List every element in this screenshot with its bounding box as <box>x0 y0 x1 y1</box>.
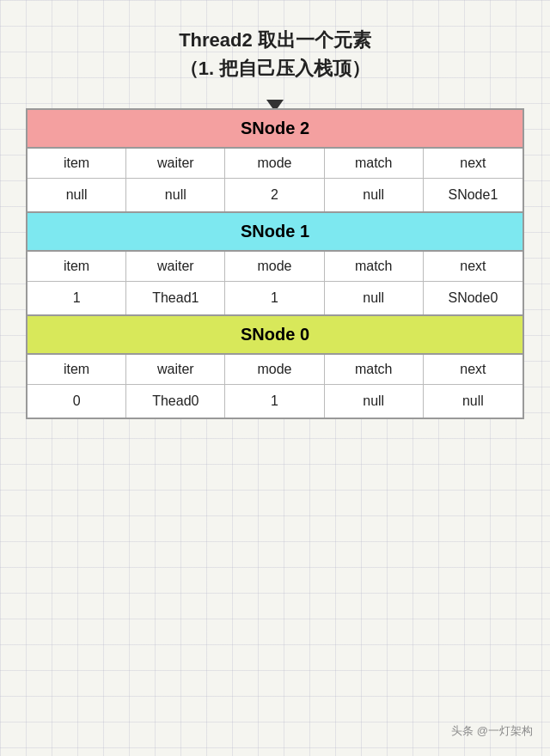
snode0-values: 0 Thead0 1 null null <box>28 385 522 418</box>
snode1-label-item: item <box>28 252 126 281</box>
snode0-val-next: null <box>424 385 522 418</box>
page-title: Thread2 取出一个元素 （1. 把自己压入栈顶） <box>179 26 371 82</box>
watermark: 头条 @一灯架构 <box>451 723 533 739</box>
snode0-val-match: null <box>325 385 424 418</box>
snode0-val-waiter: Thead0 <box>126 385 225 418</box>
snode1-label-waiter: waiter <box>126 252 225 281</box>
snode0-label-waiter: waiter <box>126 355 225 384</box>
snode1-header: SNode 1 <box>28 213 522 252</box>
snode2-labels: item waiter mode match next <box>28 149 522 179</box>
snode1-label-next: next <box>424 252 522 281</box>
snode1-label-mode: mode <box>225 252 324 281</box>
snode2-label-match: match <box>325 149 424 178</box>
snode1-label-match: match <box>325 252 424 281</box>
snode0-val-mode: 1 <box>225 385 324 418</box>
snode2-label-next: next <box>424 149 522 178</box>
snode2-label-waiter: waiter <box>126 149 225 178</box>
snode2-val-item: null <box>28 179 126 211</box>
snode2-val-next: SNode1 <box>424 179 522 211</box>
snode0-labels: item waiter mode match next <box>28 355 522 385</box>
snode2-label-item: item <box>28 149 126 178</box>
snode0-header: SNode 0 <box>28 316 522 355</box>
snode2-label-mode: mode <box>225 149 324 178</box>
snode2-val-match: null <box>325 179 424 211</box>
snode2-header: SNode 2 <box>28 110 522 149</box>
snode0-label-next: next <box>424 355 522 384</box>
snode1-values: 1 Thead1 1 null SNode0 <box>28 282 522 316</box>
snode1-labels: item waiter mode match next <box>28 252 522 282</box>
snode0-val-item: 0 <box>28 385 126 418</box>
snode0-label-match: match <box>325 355 424 384</box>
nodes-container: SNode 2 item waiter mode match next null… <box>26 108 524 419</box>
snode1-val-match: null <box>325 282 424 314</box>
snode1-val-waiter: Thead1 <box>126 282 225 314</box>
snode2-values: null null 2 null SNode1 <box>28 179 522 213</box>
snode2-val-waiter: null <box>126 179 225 211</box>
snode1-val-next: SNode0 <box>424 282 522 314</box>
snode0-label-mode: mode <box>225 355 324 384</box>
snode1-val-mode: 1 <box>225 282 324 314</box>
snode2-val-mode: 2 <box>225 179 324 211</box>
snode0-label-item: item <box>28 355 126 384</box>
snode1-val-item: 1 <box>28 282 126 314</box>
